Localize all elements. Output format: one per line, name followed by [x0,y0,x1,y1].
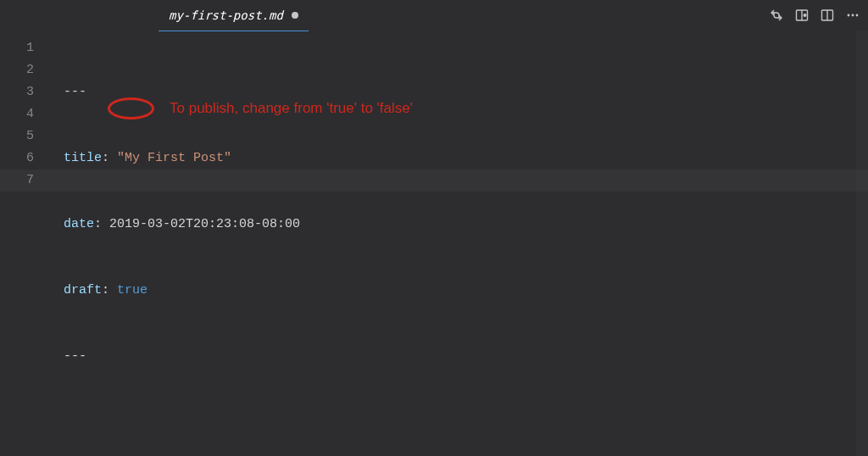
svg-point-6 [852,14,854,17]
annotation-circle [108,97,154,120]
editor-actions [310,0,868,31]
yaml-key: draft [64,283,102,298]
code-line[interactable]: date: 2019-03-02T20:23:08-08:00 [47,214,868,236]
open-preview-icon[interactable] [795,8,809,22]
compare-changes-icon[interactable] [770,8,783,22]
annotation-text: To publish, change from 'true' to 'false… [170,100,413,117]
yaml-key: date [64,217,94,231]
svg-point-5 [848,14,850,17]
line-number: 3 [0,81,34,103]
line-number: 2 [0,59,34,81]
yaml-key: title [64,151,102,165]
code-line[interactable] [47,412,868,434]
line-number: 1 [0,37,34,59]
line-number: 6 [0,147,34,170]
more-actions-icon[interactable] [846,8,860,22]
code-content[interactable]: --- title: "My First Post" date: 2019-03… [47,31,868,456]
scrollbar-track[interactable] [856,31,868,456]
yaml-value-string: "My First Post" [117,151,231,165]
yaml-colon: : [102,151,109,165]
dirty-indicator-icon [292,12,298,19]
yaml-colon: : [102,283,109,298]
yaml-colon: : [94,217,102,231]
frontmatter-delim: --- [64,85,86,99]
tab-bar-spacer [0,0,157,31]
frontmatter-delim: --- [64,349,86,364]
svg-point-7 [856,14,859,17]
tab-filename: my-first-post.md [169,8,283,22]
code-line[interactable]: title: "My First Post" [47,147,868,170]
tab-bar: my-first-post.md [0,0,868,31]
line-number: 4 [0,103,34,125]
yaml-value-date: 2019-03-02T20:23:08-08:00 [109,217,300,231]
editor-tab[interactable]: my-first-post.md [157,0,310,31]
editor-area[interactable]: 1 2 3 4 5 6 7 --- title: "My First Post"… [0,31,868,456]
code-line[interactable]: --- [47,346,868,368]
yaml-value-bool: true [117,283,147,298]
svg-point-2 [804,14,807,17]
line-number: 5 [0,125,34,147]
code-line[interactable]: draft: true [47,280,868,302]
line-number-gutter: 1 2 3 4 5 6 7 [0,31,47,456]
split-editor-icon[interactable] [821,8,834,22]
